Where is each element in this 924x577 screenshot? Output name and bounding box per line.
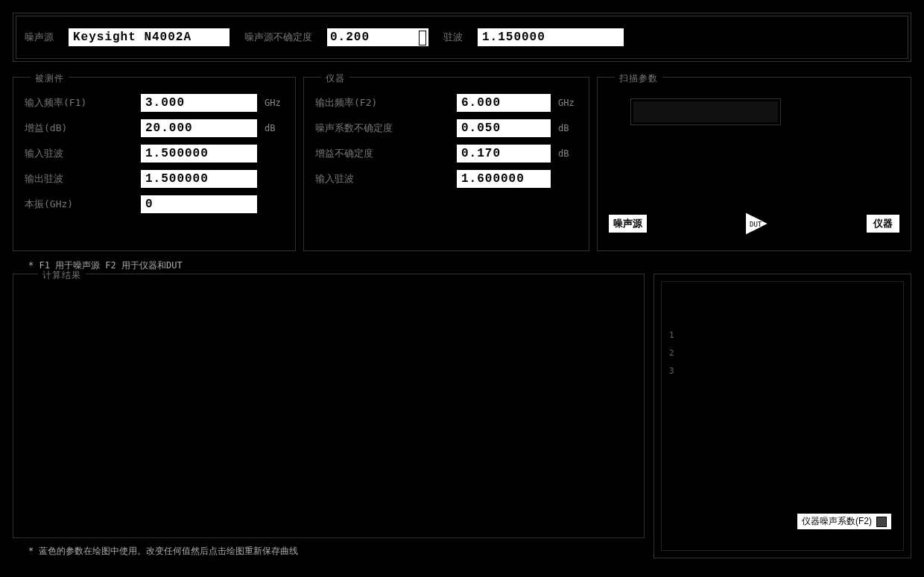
- unit-f2: GHz: [558, 98, 578, 108]
- label-ns-uncertainty: 噪声源不确定度: [244, 31, 312, 44]
- input-f1[interactable]: 3.000: [139, 92, 259, 113]
- note-f1f2: * F1 用于噪声源 F2 用于仪器和DUT: [13, 256, 911, 274]
- input-instr-vswr[interactable]: 1.600000: [455, 168, 552, 189]
- group-dut-title: 被测件: [31, 72, 69, 85]
- row-instr-vswr: 输入驻波 1.600000: [315, 166, 578, 192]
- tick-2: 2: [669, 344, 674, 362]
- label-nf-unc: 噪声系数不确定度: [315, 122, 449, 135]
- label-gain-unc: 增益不确定度: [315, 147, 449, 160]
- row-f1: 输入频率(F1) 3.000 GHz: [25, 90, 284, 116]
- group-instrument: 仪器 输出频率(F2) 6.000 GHz 噪声系数不确定度 0.050 dB …: [304, 78, 589, 250]
- label-f2: 输出频率(F2): [315, 96, 449, 110]
- input-gain-unc[interactable]: 0.170: [455, 143, 552, 164]
- row-gain-unc: 增益不确定度 0.170 dB: [315, 141, 578, 166]
- amplifier-icon: DUT: [735, 210, 779, 237]
- label-gain: 增益(dB): [25, 122, 133, 135]
- label-noise-source: 噪声源: [25, 31, 54, 44]
- group-results: 计算结果: [13, 274, 644, 537]
- row-out-vswr: 输出驻波 1.500000: [25, 166, 284, 192]
- plot-legend[interactable]: 仪器噪声系数(F2): [796, 512, 893, 531]
- input-f2[interactable]: 6.000: [455, 92, 552, 113]
- sweep-result-box: [631, 99, 780, 124]
- input-nf-unc[interactable]: 0.050: [455, 118, 552, 139]
- plot-y-ticks: 1 2 3: [669, 327, 674, 380]
- row-gain: 增益(dB) 20.000 dB: [25, 116, 284, 141]
- top-bar: 噪声源 Keysight N4002A 噪声源不确定度 0.200 驻波 1.1…: [13, 13, 911, 61]
- plot-panel: 1 2 3 仪器噪声系数(F2): [654, 274, 911, 558]
- label-out-vswr: 输出驻波: [25, 172, 133, 186]
- input-lo[interactable]: 0: [139, 194, 259, 215]
- unit-f1: GHz: [265, 98, 284, 108]
- input-out-vswr[interactable]: 1.500000: [139, 168, 259, 189]
- input-noise-source-model[interactable]: Keysight N4002A: [67, 27, 231, 48]
- group-sweep-title: 扫描参数: [615, 72, 662, 85]
- tick-1: 1: [669, 327, 674, 344]
- unit-gain-unc: dB: [558, 148, 578, 159]
- input-vswr[interactable]: 1.150000: [476, 27, 625, 48]
- group-dut: 被测件 输入频率(F1) 3.000 GHz 增益(dB) 20.000 dB …: [13, 78, 295, 250]
- row-f2: 输出频率(F2) 6.000 GHz: [315, 90, 578, 116]
- btn-instrument[interactable]: 仪器: [865, 213, 901, 234]
- group-results-title: 计算结果: [38, 269, 86, 282]
- input-gain[interactable]: 20.000: [139, 118, 259, 139]
- group-instrument-title: 仪器: [321, 72, 349, 85]
- signal-diagram: 噪声源 DUT 仪器: [607, 204, 901, 244]
- label-in-vswr: 输入驻波: [25, 147, 133, 160]
- note-plot: * 蓝色的参数在绘图中使用。改变任何值然后点击绘图重新保存曲线: [13, 537, 644, 558]
- label-vswr: 驻波: [443, 31, 463, 44]
- tick-3: 3: [669, 362, 674, 380]
- label-instr-vswr: 输入驻波: [315, 172, 449, 186]
- group-sweep: 扫描参数 噪声源 DUT 仪器: [598, 78, 911, 250]
- input-ns-uncertainty[interactable]: 0.200: [326, 27, 430, 48]
- legend-swatch-icon: [876, 517, 887, 527]
- amp-label: DUT: [750, 221, 762, 228]
- input-in-vswr[interactable]: 1.500000: [139, 143, 259, 164]
- label-f1: 输入频率(F1): [25, 96, 133, 110]
- label-lo: 本振(GHz): [25, 198, 133, 211]
- row-lo: 本振(GHz) 0: [25, 192, 284, 217]
- legend-label: 仪器噪声系数(F2): [802, 515, 872, 528]
- btn-noise-source[interactable]: 噪声源: [607, 213, 648, 234]
- row-nf-unc: 噪声系数不确定度 0.050 dB: [315, 116, 578, 141]
- unit-gain: dB: [265, 123, 284, 133]
- row-in-vswr: 输入驻波 1.500000: [25, 141, 284, 166]
- unit-nf-unc: dB: [558, 123, 578, 133]
